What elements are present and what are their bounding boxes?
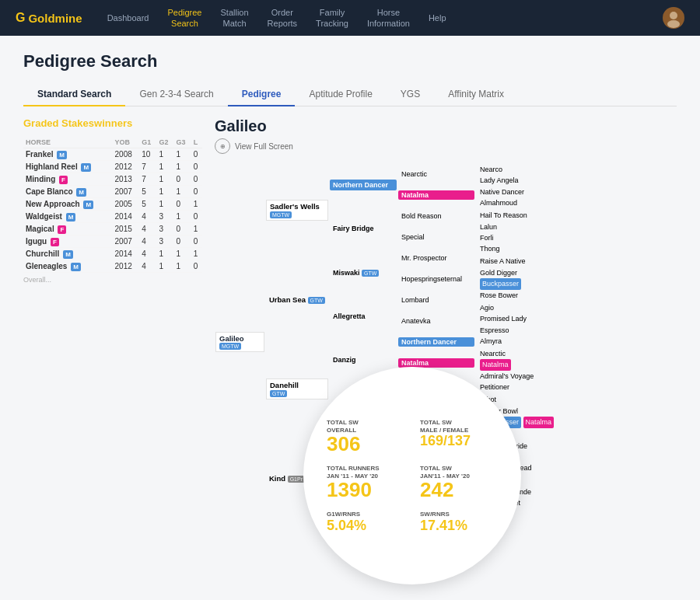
ped-sadlers-wells: Sadler's Wells MGTW [266, 200, 328, 221]
horse-g1: 7 [139, 161, 156, 173]
stat-total-sw-period-value: 242 [420, 480, 498, 500]
horse-g2: 1 [156, 248, 173, 260]
ped-urban-sea: Urban Sea GTW [266, 294, 328, 305]
natalma2-name: Natalma [401, 359, 429, 367]
nav-family-tracking[interactable]: FamilyTracking [316, 7, 348, 30]
stat-sw-rnrs: SW/RNRS 17.41% [420, 511, 498, 532]
galileo-badge: MGTW [219, 343, 241, 350]
horse-g3: 0 [174, 235, 191, 248]
stats-grid: TOTAL SWOVERALL 306 TOTAL SWMALE / FEMAL… [327, 419, 498, 532]
horse-g2: 3 [156, 223, 173, 235]
nav-pedigree-search[interactable]: PedigreeSearch [167, 7, 201, 30]
horse-yob: 2014 [113, 248, 140, 260]
svg-point-1 [667, 20, 680, 28]
stats-circle: TOTAL SWOVERALL 306 TOTAL SWMALE / FEMAL… [303, 367, 521, 584]
gender-badge: M [71, 263, 81, 271]
view-full-screen[interactable]: ⊕ View Full Screen [215, 138, 677, 154]
gender-badge: M [81, 163, 91, 172]
ped-nd: Northern Dancer [330, 180, 397, 190]
table-row[interactable]: Frankel M 2008 10 1 1 0 [23, 148, 202, 161]
nd2-name: Northern Dancer [401, 338, 457, 346]
horse-g1: 4 [139, 260, 156, 273]
dh-badge: GTW [270, 390, 287, 397]
gender-badge: M [76, 188, 86, 197]
ped-mr-prospector: Mr. Prospector [398, 253, 474, 263]
horse-name-cell: New Approach M [23, 198, 113, 211]
horse-g2: 3 [156, 235, 173, 248]
horse-yob: 2012 [113, 161, 140, 173]
horse-name-cell: Churchill M [23, 248, 113, 260]
stat-g1w-rnrs-value: 5.04% [327, 518, 404, 532]
ped-lombard: Lombard [398, 295, 474, 305]
dh-name: Danehill [270, 381, 324, 389]
horse-l: 0 [191, 235, 202, 248]
tab-pedigree[interactable]: Pedigree [228, 82, 296, 106]
horse-g1: 7 [139, 173, 156, 186]
tab-ygs[interactable]: YGS [387, 82, 434, 106]
table-row[interactable]: Churchill M 2014 4 1 1 1 [23, 248, 202, 260]
nav-order-reports[interactable]: OrderReports [268, 7, 298, 30]
horse-g1: 5 [139, 186, 156, 198]
table-row[interactable]: Waldgeist M 2014 4 3 1 0 [23, 211, 202, 223]
content-area: Graded Stakeswinners HORSE YOB G1 G2 G3 … [23, 106, 677, 600]
nav-horse-information[interactable]: HorseInformation [367, 7, 410, 30]
table-row[interactable]: Cape Blanco M 2007 5 1 1 0 [23, 186, 202, 198]
nav-logo: G Goldmine [16, 11, 82, 25]
horse-name-cell: Gleneagles M [23, 260, 113, 273]
col-yob: YOB [113, 137, 140, 148]
nav-stallion-match[interactable]: StallionMatch [221, 7, 249, 30]
table-row[interactable]: Magical F 2015 4 3 0 1 [23, 223, 202, 235]
horse-g2: 1 [156, 198, 173, 211]
names-group-5: Nearctic Natalma Admiral's Voyage Petiti… [480, 348, 677, 393]
tab-aptitude[interactable]: Aptitude Profile [295, 82, 386, 106]
table-row[interactable]: Igugu F 2007 4 3 0 0 [23, 235, 202, 248]
ped-nearctic: Nearctic [398, 169, 474, 179]
main-content: Pedigree Search Standard Search Gen 2-3-… [0, 36, 700, 600]
horse-yob: 2005 [113, 198, 140, 211]
nav-dashboard[interactable]: Dashboard [107, 12, 149, 23]
nav-help[interactable]: Help [429, 12, 446, 23]
overall-label: Overall... [23, 276, 202, 284]
ped-bold-reason: Bold Reason [398, 211, 474, 221]
horse-g3: 1 [174, 248, 191, 260]
tabs-bar: Standard Search Gen 2-3-4 Search Pedigre… [23, 82, 677, 106]
table-row[interactable]: Highland Reel M 2012 7 1 1 0 [23, 161, 202, 173]
horse-yob: 2014 [113, 211, 140, 223]
user-avatar[interactable] [663, 7, 684, 29]
pedigree-area: TOTAL SWOVERALL 306 TOTAL SWMALE / FEMAL… [202, 106, 677, 600]
table-row[interactable]: Gleneagles M 2012 4 1 1 0 [23, 260, 202, 273]
horse-g3: 1 [174, 148, 191, 161]
horse-yob: 2015 [113, 223, 140, 235]
horse-name-cell: Magical F [23, 223, 113, 235]
tab-gen-234[interactable]: Gen 2-3-4 Search [125, 82, 227, 106]
names-group-6: Ribot Flower Bowl Buckpasser Natalma [480, 394, 677, 427]
horse-g2: 1 [156, 186, 173, 198]
horse-l: 0 [191, 260, 202, 273]
horse-g1: 4 [139, 223, 156, 235]
ped-allegretta: Allegretta [330, 311, 397, 322]
horse-l: 1 [191, 248, 202, 260]
names-group-4: Agio Promised Lady Espresso Almyra [480, 302, 677, 347]
mw-name: Miswaki [333, 269, 360, 277]
names-group-3: Raise A Native Gold Digger Buckpasser Ro… [480, 256, 677, 301]
horse-g3: 0 [174, 198, 191, 211]
graded-title: Graded Stakeswinners [23, 117, 202, 129]
horse-g3: 1 [174, 161, 191, 173]
tab-standard-search[interactable]: Standard Search [23, 82, 125, 106]
svg-point-0 [670, 12, 677, 19]
horse-name-cell: Frankel M [23, 148, 113, 161]
horse-l: 0 [191, 211, 202, 223]
table-row[interactable]: Minding F 2013 7 1 0 0 [23, 173, 202, 186]
fb-name: Fairy Bridge [333, 225, 374, 232]
col-g3: G3 [174, 137, 191, 148]
table-row[interactable]: New Approach M 2005 5 1 0 1 [23, 198, 202, 211]
us-name: Urban Sea [269, 295, 306, 304]
tab-affinity[interactable]: Affinity Matrix [434, 82, 518, 106]
ped-miswaki: Miswaki GTW [330, 267, 397, 278]
kind-name: Kind [269, 474, 285, 483]
col-l: L [191, 137, 202, 148]
view-full-label: View Full Screen [235, 142, 293, 151]
ped-galileo: Galileo MGTW [215, 332, 264, 352]
horse-g3: 0 [174, 223, 191, 235]
horse-g1: 4 [139, 235, 156, 248]
